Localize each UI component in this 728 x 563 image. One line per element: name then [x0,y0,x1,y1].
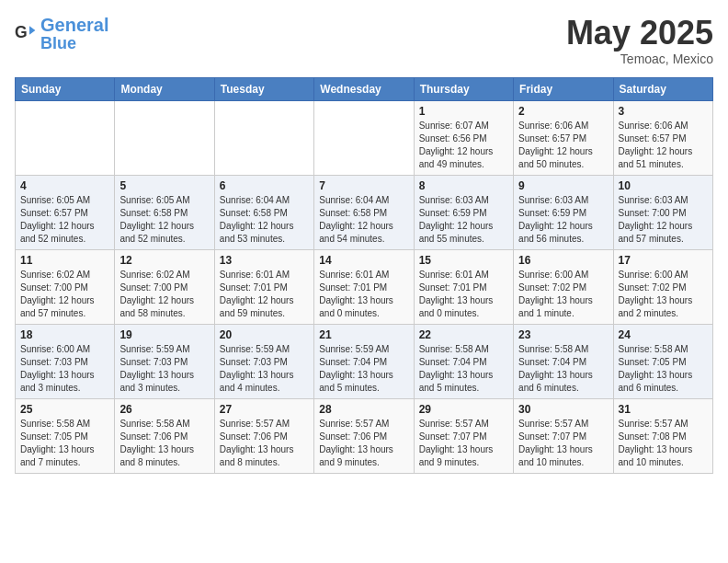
day-info: Sunrise: 6:01 AM Sunset: 7:01 PM Dayligh… [419,269,508,320]
day-info: Sunrise: 6:01 AM Sunset: 7:01 PM Dayligh… [220,269,309,320]
calendar-header: SundayMondayTuesdayWednesdayThursdayFrid… [16,77,713,100]
day-number: 17 [619,254,708,267]
day-number: 16 [518,254,608,267]
day-number: 1 [419,105,508,118]
day-info: Sunrise: 6:05 AM Sunset: 6:57 PM Dayligh… [20,194,109,246]
day-info: Sunrise: 5:59 AM Sunset: 7:03 PM Dayligh… [119,343,209,395]
calendar-cell: 7Sunrise: 6:04 AM Sunset: 6:58 PM Daylig… [314,175,414,249]
day-info: Sunrise: 6:00 AM Sunset: 7:02 PM Dayligh… [619,269,708,320]
calendar-week-4: 18Sunrise: 6:00 AM Sunset: 7:03 PM Dayli… [16,324,713,398]
calendar-cell: 21Sunrise: 5:59 AM Sunset: 7:04 PM Dayli… [314,324,414,398]
day-number: 22 [419,328,508,341]
calendar-cell: 16Sunrise: 6:00 AM Sunset: 7:02 PM Dayli… [514,249,613,324]
calendar-cell: 15Sunrise: 6:01 AM Sunset: 7:01 PM Dayli… [414,249,513,324]
calendar-cell: 31Sunrise: 5:57 AM Sunset: 7:08 PM Dayli… [613,398,712,473]
day-info: Sunrise: 5:58 AM Sunset: 7:04 PM Dayligh… [419,343,508,395]
logo: G General Blue [15,15,108,53]
day-number: 4 [20,179,109,192]
day-number: 8 [419,179,508,192]
calendar-cell: 14Sunrise: 6:01 AM Sunset: 7:01 PM Dayli… [314,249,414,324]
calendar-week-2: 4Sunrise: 6:05 AM Sunset: 6:57 PM Daylig… [16,175,713,249]
day-info: Sunrise: 6:01 AM Sunset: 7:01 PM Dayligh… [319,269,408,320]
calendar-cell: 23Sunrise: 5:58 AM Sunset: 7:04 PM Dayli… [514,324,613,398]
logo-icon: G [15,23,37,45]
day-info: Sunrise: 6:00 AM Sunset: 7:02 PM Dayligh… [518,269,608,320]
day-number: 3 [619,105,708,118]
day-info: Sunrise: 6:00 AM Sunset: 7:03 PM Dayligh… [20,343,109,395]
day-number: 7 [319,179,408,192]
day-number: 26 [119,403,209,416]
day-info: Sunrise: 6:07 AM Sunset: 6:56 PM Dayligh… [419,120,508,171]
day-info: Sunrise: 6:03 AM Sunset: 7:00 PM Dayligh… [619,194,708,246]
calendar-cell: 30Sunrise: 5:57 AM Sunset: 7:07 PM Dayli… [514,398,613,473]
calendar-cell: 4Sunrise: 6:05 AM Sunset: 6:57 PM Daylig… [16,175,115,249]
svg-text:G: G [15,23,28,41]
day-info: Sunrise: 6:03 AM Sunset: 6:59 PM Dayligh… [419,194,508,246]
calendar-cell [314,100,414,175]
weekday-header-wednesday: Wednesday [314,77,414,100]
day-info: Sunrise: 5:58 AM Sunset: 7:05 PM Dayligh… [619,343,708,395]
calendar-cell: 27Sunrise: 5:57 AM Sunset: 7:06 PM Dayli… [214,398,313,473]
day-number: 19 [119,328,209,341]
day-info: Sunrise: 5:57 AM Sunset: 7:08 PM Dayligh… [619,418,708,469]
month-title: May 2025 [566,15,713,52]
day-number: 20 [220,328,309,341]
calendar-cell: 28Sunrise: 5:57 AM Sunset: 7:06 PM Dayli… [314,398,414,473]
calendar-cell: 26Sunrise: 5:58 AM Sunset: 7:06 PM Dayli… [115,398,214,473]
day-info: Sunrise: 6:03 AM Sunset: 6:59 PM Dayligh… [518,194,608,246]
day-number: 9 [518,179,608,192]
day-info: Sunrise: 6:04 AM Sunset: 6:58 PM Dayligh… [220,194,309,246]
weekday-header-friday: Friday [514,77,613,100]
calendar-week-3: 11Sunrise: 6:02 AM Sunset: 7:00 PM Dayli… [16,249,713,324]
day-number: 28 [319,403,408,416]
day-number: 29 [419,403,508,416]
day-info: Sunrise: 6:04 AM Sunset: 6:58 PM Dayligh… [319,194,408,246]
calendar-cell: 22Sunrise: 5:58 AM Sunset: 7:04 PM Dayli… [414,324,513,398]
calendar-cell: 13Sunrise: 6:01 AM Sunset: 7:01 PM Dayli… [214,249,313,324]
calendar-table: SundayMondayTuesdayWednesdayThursdayFrid… [15,77,713,474]
day-info: Sunrise: 6:05 AM Sunset: 6:58 PM Dayligh… [119,194,209,246]
day-info: Sunrise: 6:02 AM Sunset: 7:00 PM Dayligh… [119,269,209,320]
calendar-cell [214,100,313,175]
day-info: Sunrise: 5:59 AM Sunset: 7:03 PM Dayligh… [220,343,309,395]
day-number: 25 [20,403,109,416]
weekday-header-thursday: Thursday [414,77,513,100]
day-info: Sunrise: 5:58 AM Sunset: 7:04 PM Dayligh… [518,343,608,395]
day-info: Sunrise: 5:57 AM Sunset: 7:06 PM Dayligh… [319,418,408,469]
day-number: 31 [619,403,708,416]
calendar-cell: 20Sunrise: 5:59 AM Sunset: 7:03 PM Dayli… [214,324,313,398]
day-number: 18 [20,328,109,341]
day-number: 27 [220,403,309,416]
day-number: 21 [319,328,408,341]
calendar-cell: 17Sunrise: 6:00 AM Sunset: 7:02 PM Dayli… [613,249,712,324]
calendar-week-5: 25Sunrise: 5:58 AM Sunset: 7:05 PM Dayli… [16,398,713,473]
day-info: Sunrise: 5:57 AM Sunset: 7:06 PM Dayligh… [220,418,309,469]
calendar-cell: 10Sunrise: 6:03 AM Sunset: 7:00 PM Dayli… [613,175,712,249]
calendar-cell: 29Sunrise: 5:57 AM Sunset: 7:07 PM Dayli… [414,398,513,473]
day-info: Sunrise: 6:06 AM Sunset: 6:57 PM Dayligh… [518,120,608,171]
day-info: Sunrise: 5:58 AM Sunset: 7:05 PM Dayligh… [20,418,109,469]
calendar-cell: 3Sunrise: 6:06 AM Sunset: 6:57 PM Daylig… [613,100,712,175]
weekday-row: SundayMondayTuesdayWednesdayThursdayFrid… [16,77,713,100]
day-info: Sunrise: 5:58 AM Sunset: 7:06 PM Dayligh… [119,418,209,469]
day-number: 30 [518,403,608,416]
day-info: Sunrise: 5:59 AM Sunset: 7:04 PM Dayligh… [319,343,408,395]
day-number: 23 [518,328,608,341]
day-number: 13 [220,254,309,267]
title-block: May 2025 Temoac, Mexico [566,15,713,66]
day-number: 15 [419,254,508,267]
day-number: 12 [119,254,209,267]
weekday-header-sunday: Sunday [16,77,115,100]
day-number: 24 [619,328,708,341]
day-number: 2 [518,105,608,118]
day-info: Sunrise: 5:57 AM Sunset: 7:07 PM Dayligh… [419,418,508,469]
day-info: Sunrise: 5:57 AM Sunset: 7:07 PM Dayligh… [518,418,608,469]
weekday-header-tuesday: Tuesday [214,77,313,100]
calendar-body: 1Sunrise: 6:07 AM Sunset: 6:56 PM Daylig… [16,100,713,473]
day-number: 14 [319,254,408,267]
page-header: G General Blue May 2025 Temoac, Mexico [15,15,713,66]
calendar-cell: 25Sunrise: 5:58 AM Sunset: 7:05 PM Dayli… [16,398,115,473]
calendar-cell: 5Sunrise: 6:05 AM Sunset: 6:58 PM Daylig… [115,175,214,249]
day-info: Sunrise: 6:02 AM Sunset: 7:00 PM Dayligh… [20,269,109,320]
calendar-cell: 6Sunrise: 6:04 AM Sunset: 6:58 PM Daylig… [214,175,313,249]
